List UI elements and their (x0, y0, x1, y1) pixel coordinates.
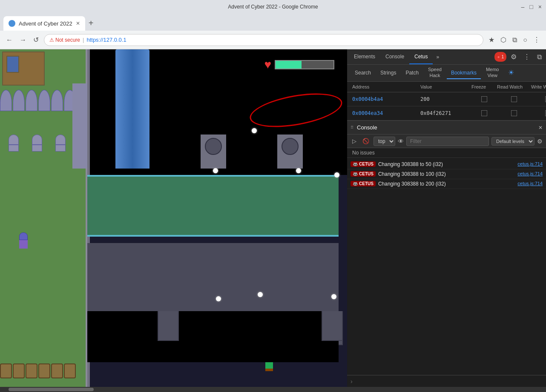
game-platform-1 (201, 134, 226, 169)
addr-cell-2: 0x0004ea34 (352, 110, 420, 116)
col-write-watch: Write Watch (531, 84, 546, 89)
devtools-badge: ● 1 (494, 52, 506, 62)
cetus-icon-2: 🦝 (353, 172, 358, 176)
game-orb-5 (258, 292, 263, 297)
console-execute-btn[interactable]: ▷ (351, 137, 358, 145)
game-window (6, 56, 19, 73)
filter-input[interactable] (406, 137, 489, 146)
refresh-button[interactable]: ↺ (32, 34, 40, 46)
devtools-settings-btn[interactable]: ⚙ (508, 52, 519, 62)
msg-source-1[interactable]: cetus.js:714 (517, 161, 543, 166)
freeze-check-1[interactable] (471, 96, 497, 102)
devtools-more-btn[interactable]: ⋮ (521, 52, 533, 62)
col-value: Value (420, 84, 471, 89)
msg-source-2[interactable]: cetus.js:714 (517, 171, 543, 176)
minimize-btn[interactable]: – (521, 3, 525, 10)
game-area[interactable]: ♥ (0, 49, 347, 387)
console-input-field[interactable] (355, 378, 543, 384)
game-orb-3 (296, 168, 301, 173)
bookmark-icon[interactable]: ★ (487, 34, 496, 46)
tab-cetus[interactable]: Cetus (409, 49, 433, 64)
no-issues-bar: No issues (347, 148, 546, 158)
account-icon[interactable]: ○ (521, 34, 529, 46)
tab-elements[interactable]: Elements (349, 49, 380, 64)
cetus-tab-memo-view[interactable]: Memo View (482, 64, 503, 81)
table-header: Address Value Freeze Read Watch Write Wa… (347, 82, 546, 92)
game-barrels-row (0, 363, 86, 378)
health-bar (275, 60, 334, 69)
addr-cell-1: 0x0004b4a4 (352, 96, 420, 102)
cetus-tab-patch[interactable]: Patch (401, 67, 423, 79)
console-title: Console (357, 124, 377, 131)
game-sprite-2 (32, 134, 42, 152)
game-platform-col-2 (322, 311, 343, 341)
read-watch-check-2[interactable] (497, 110, 531, 116)
game-hud: ♥ (264, 58, 334, 72)
security-indicator: ⚠ Not secure (49, 37, 80, 43)
url-separator: | (83, 37, 84, 43)
health-heart-icon: ♥ (264, 58, 271, 72)
cetus-badge-1: 🦝 CETUS (351, 161, 376, 167)
cast-icon[interactable]: ⧉ (511, 34, 519, 46)
freeze-check-2[interactable] (471, 110, 497, 116)
bookmark-row-2: 0x0004ea34 0x04f26271 ✕ (347, 106, 546, 120)
msg-text-3: Changing 308388 to 200 (i32) (378, 181, 515, 187)
window-controls: – □ × (521, 3, 542, 10)
maximize-btn[interactable]: □ (529, 3, 533, 10)
bottom-scrollbar[interactable] (0, 387, 546, 392)
devtools-more-tabs[interactable]: » (433, 54, 443, 60)
tab-console[interactable]: Console (380, 49, 409, 64)
write-watch-check-1[interactable] (531, 96, 546, 102)
active-tab[interactable]: Advent of Cyber 2022 ✕ (3, 16, 85, 31)
url-text: https://127.0.0.1 (86, 37, 126, 43)
cetus-tab-theme[interactable]: ☀ (504, 66, 518, 80)
title-bar: Advent of Cyber 2022 - Google Chrome – □… (0, 0, 546, 14)
player-legs (265, 369, 273, 371)
menu-icon[interactable]: ⋮ (532, 34, 542, 46)
tab-close-button[interactable]: ✕ (76, 20, 80, 26)
console-clear-btn[interactable]: 🚫 (361, 137, 371, 145)
cetus-tab-search[interactable]: Search (351, 67, 375, 79)
console-close-btn[interactable]: ✕ (538, 125, 543, 131)
chrome-window: Advent of Cyber 2022 - Google Chrome – □… (0, 0, 546, 392)
close-btn[interactable]: × (538, 3, 542, 10)
game-canvas: ♥ (0, 49, 347, 387)
console-input-bar: › (347, 375, 546, 387)
msg-source-3[interactable]: cetus.js:714 (517, 181, 543, 186)
eye-button[interactable]: 👁 (398, 138, 404, 145)
scrollbar-thumb[interactable] (9, 388, 94, 391)
main-content: ♥ Elements Console Cetu (0, 49, 546, 387)
game-tower (72, 83, 87, 169)
tab-label: Advent of Cyber 2022 (19, 20, 72, 27)
warning-icon: ⚠ (49, 37, 54, 43)
cetus-tab-bookmarks[interactable]: Bookmarks (447, 67, 481, 79)
console-message-2: 🦝 CETUS Changing 308388 to 100 (i32) cet… (347, 169, 546, 179)
game-platform-mid (87, 175, 339, 237)
log-level-selector[interactable]: Default levels (491, 137, 535, 146)
read-watch-check-1[interactable] (497, 96, 531, 102)
bookmarks-table: Address Value Freeze Read Watch Write Wa… (347, 82, 546, 120)
msg-text-1: Changing 308388 to 50 (i32) (378, 161, 515, 167)
cetus-tab-strings[interactable]: Strings (376, 67, 400, 79)
cetus-badge-2: 🦝 CETUS (351, 171, 376, 177)
game-orb-4 (334, 172, 339, 177)
game-bottom-black (87, 311, 339, 362)
extension-icon[interactable]: ⬡ (499, 34, 508, 46)
console-prompt-icon: › (351, 378, 353, 385)
back-button[interactable]: ← (4, 34, 14, 46)
url-bar[interactable]: ⚠ Not secure | https://127.0.0.1 (44, 34, 483, 46)
col-freeze: Freeze (471, 84, 497, 89)
cetus-tab-bar: Search Strings Patch Speed Hack Bookmark… (347, 65, 546, 82)
health-bar-fill (276, 61, 302, 69)
frame-selector[interactable]: top (374, 137, 395, 146)
devtools-restore-btn[interactable]: ⧉ (535, 52, 544, 62)
console-settings-btn[interactable]: ⚙ (537, 138, 543, 145)
cetus-badge-3: 🦝 CETUS (351, 181, 376, 186)
forward-button[interactable]: → (18, 34, 28, 46)
write-watch-check-2[interactable] (531, 110, 546, 116)
cetus-tab-speed-hack[interactable]: Speed Hack (424, 64, 446, 81)
game-orb-1 (252, 128, 257, 133)
new-tab-button[interactable]: + (85, 18, 97, 28)
devtools-panel: Elements Console Cetus » ● 1 ⚙ ⋮ ⧉ (347, 49, 546, 387)
game-sprite-3 (55, 134, 66, 152)
